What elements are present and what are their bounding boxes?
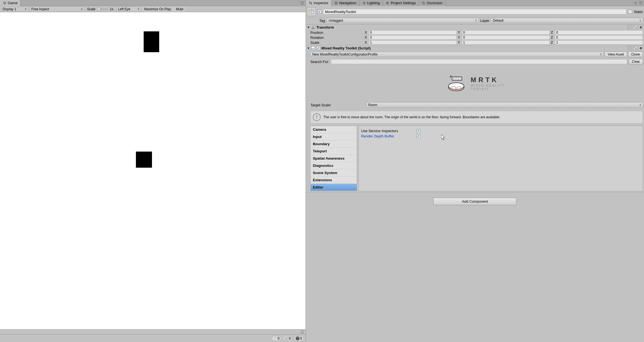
- aspect-dropdown[interactable]: Free Aspect‡: [29, 6, 84, 12]
- settings-icon: [386, 1, 389, 5]
- console-menu-icon[interactable]: [301, 331, 304, 333]
- config-tab-diagnostics[interactable]: Diagnostics: [311, 162, 357, 169]
- position-row: Position X Y Z: [306, 30, 644, 35]
- transform-help-button[interactable]: [627, 25, 632, 29]
- transform-header[interactable]: ▼ Transform ⚙: [306, 24, 644, 30]
- transform-foldout-icon[interactable]: ▼: [307, 26, 310, 29]
- tag-label: Tag: [319, 19, 325, 23]
- mrtk-header[interactable]: ▼ c# Mixed Reality Toolkit (Script) ⚙: [306, 45, 644, 51]
- info-count: 0: [278, 336, 280, 340]
- mrtk-settings-button[interactable]: ⚙: [638, 46, 643, 50]
- inspector-menu-icon[interactable]: [639, 1, 642, 4]
- console-info-badge[interactable]: ! 0: [271, 336, 282, 341]
- profile-dropdown[interactable]: New MixedRealityToolkitConfigurationProf…: [310, 52, 604, 57]
- config-tab-scene[interactable]: Scene System: [311, 169, 357, 177]
- static-label: Static: [634, 10, 643, 14]
- mrtk-foldout-icon[interactable]: ▼: [307, 47, 310, 50]
- clear-button[interactable]: Clear: [629, 59, 643, 64]
- position-z-input[interactable]: [555, 30, 643, 35]
- search-input[interactable]: [331, 59, 627, 64]
- aspect-value: Free Aspect: [31, 7, 49, 11]
- error-count: 0: [300, 336, 302, 340]
- gameobject-icon[interactable]: [307, 7, 316, 16]
- transform-settings-button[interactable]: ⚙: [638, 25, 643, 29]
- project-settings-tab-label: Project Settings: [391, 1, 416, 5]
- display-dropdown[interactable]: Display 1‡: [1, 6, 28, 12]
- view-asset-button[interactable]: View Asset: [605, 52, 627, 57]
- transform-component: ▼ Transform ⚙ Position X Y: [306, 24, 644, 45]
- game-tab-label: Game: [8, 1, 17, 5]
- mrtk-help-button[interactable]: [627, 46, 632, 50]
- config-content: Use Service Inspectors Render Depth Buff…: [359, 126, 643, 191]
- scale-y-input[interactable]: [462, 40, 550, 45]
- target-scale-dropdown[interactable]: Room‡: [366, 102, 643, 107]
- mute-button[interactable]: Mute: [173, 6, 186, 12]
- config-tab-spatial[interactable]: Spatial Awareness: [311, 155, 357, 162]
- layer-value: Default: [493, 19, 503, 22]
- mrtk-component: ▼ c# Mixed Reality Toolkit (Script) ⚙ Ne…: [306, 45, 644, 193]
- position-y-input[interactable]: [462, 30, 550, 35]
- lighting-tab[interactable]: Lighting: [359, 0, 383, 6]
- occlusion-tab[interactable]: Occlusion: [419, 0, 445, 6]
- eye-dropdown[interactable]: Left Eye‡: [116, 6, 141, 12]
- scale-z-input[interactable]: [555, 40, 643, 45]
- inspector-tab[interactable]: Inspector: [306, 0, 331, 6]
- info-icon: !: [313, 113, 321, 121]
- render-depth-checkbox[interactable]: [417, 134, 420, 138]
- console-bar: ! 0 0 ! 0: [0, 334, 306, 342]
- config-tab-teleport[interactable]: Teleport: [311, 148, 357, 155]
- mrtk-reset-button[interactable]: [633, 46, 637, 50]
- render-depth-label[interactable]: Render Depth Buffer: [361, 134, 414, 138]
- config-tab-boundary[interactable]: Boundary: [311, 140, 357, 148]
- console-warn-badge[interactable]: 0: [283, 336, 293, 341]
- mrtk-enabled-checkbox[interactable]: [316, 46, 320, 50]
- target-scale-value: Room: [368, 103, 377, 107]
- scale-x-input[interactable]: [369, 40, 457, 45]
- lock-icon[interactable]: [634, 1, 637, 5]
- position-label: Position: [310, 31, 364, 35]
- svg-point-3: [363, 2, 365, 4]
- rotation-x-input[interactable]: [369, 35, 457, 40]
- mrtk-logo-icon: [445, 74, 467, 93]
- cube-icon: [308, 8, 315, 15]
- tag-dropdown[interactable]: Untagged‡: [327, 18, 479, 23]
- project-settings-tab[interactable]: Project Settings: [383, 0, 419, 6]
- transform-reset-button[interactable]: [633, 25, 637, 29]
- display-value: Display 1: [2, 7, 16, 11]
- layer-dropdown[interactable]: Default‡: [491, 18, 643, 23]
- gameobject-name-input[interactable]: [323, 9, 627, 14]
- clone-button[interactable]: Clone: [628, 52, 643, 57]
- gameobject-header: Static: [306, 6, 644, 17]
- navigation-tab[interactable]: Navigation: [331, 0, 359, 6]
- rotation-z-input[interactable]: [555, 35, 643, 40]
- warning-icon: [285, 336, 288, 340]
- inspector-tab-label: Inspector: [314, 1, 328, 5]
- config-tab-input[interactable]: Input: [311, 133, 357, 140]
- mrtk-logo-title: MRTK: [471, 76, 505, 84]
- use-inspectors-row: Use Service Inspectors: [361, 128, 640, 134]
- gameobject-active-checkbox[interactable]: [318, 10, 321, 14]
- game-tab-bar: Game: [0, 0, 306, 6]
- svg-point-4: [387, 2, 388, 4]
- panel-menu-icon[interactable]: [301, 2, 304, 4]
- lighting-tab-label: Lighting: [367, 1, 380, 5]
- add-component-button[interactable]: Add Component: [433, 198, 516, 205]
- scale-slider[interactable]: Scale 1x: [85, 7, 116, 11]
- console-error-badge[interactable]: ! 0: [294, 336, 304, 341]
- use-inspectors-checkbox[interactable]: [417, 129, 420, 133]
- maximize-button[interactable]: Maximize On Play: [142, 6, 174, 12]
- z-label: Z: [551, 41, 554, 44]
- position-x-input[interactable]: [369, 30, 457, 35]
- game-tab[interactable]: Game: [0, 0, 21, 6]
- add-component-area: Add Component: [306, 193, 644, 210]
- rotation-y-input[interactable]: [462, 35, 550, 40]
- warn-count: 0: [289, 336, 291, 340]
- mrtk-title: Mixed Reality Toolkit (Script): [321, 46, 371, 50]
- static-checkbox[interactable]: [628, 10, 632, 14]
- transform-icon: [311, 25, 315, 29]
- occlusion-icon: [422, 1, 425, 5]
- config-tab-camera[interactable]: Camera: [311, 126, 357, 133]
- config-tab-editor[interactable]: Editor: [311, 184, 357, 191]
- config-tab-extensions[interactable]: Extensions: [311, 177, 357, 184]
- search-label: Search For:: [310, 60, 329, 64]
